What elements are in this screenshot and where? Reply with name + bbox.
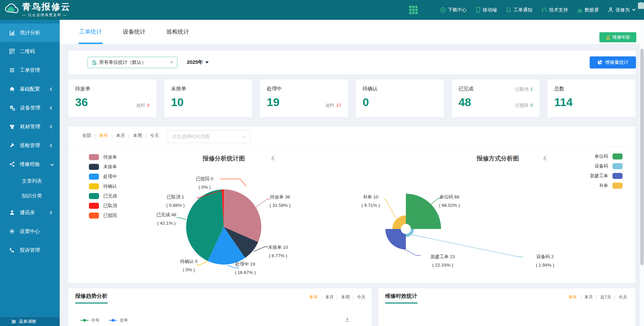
sidebar: 统计分析 二维码 工单管理 基础配置 xyxy=(0,20,60,326)
stat-card-processing[interactable]: 处理中 19 超时17 xyxy=(260,80,348,117)
chevron-collapsed-icon xyxy=(50,87,53,91)
sidebar-item-work-orders[interactable]: 工单管理 xyxy=(0,61,60,80)
nav-tech-support[interactable]: 技术支持 xyxy=(541,7,568,13)
user-name: 张修为 xyxy=(615,7,630,13)
timeliness-tab-this-year[interactable]: 本年 xyxy=(569,294,577,300)
legend-item[interactable]: 设备码 xyxy=(561,161,623,171)
legend-item[interactable]: 新建工单 xyxy=(561,171,623,181)
pie-chart-title: 报修分析统计图 xyxy=(170,154,277,162)
tab-label: 工单统计 xyxy=(79,29,102,35)
date-range-select[interactable]: 点击选择时间范围 xyxy=(168,130,250,143)
tab-label: 设备统计 xyxy=(123,29,146,35)
repair-volume-stats-button[interactable]: 维修量统计 xyxy=(590,56,636,68)
download-icon[interactable] xyxy=(344,317,350,322)
legend-label: 去年 xyxy=(119,317,128,323)
legend-item[interactable]: 待确认 xyxy=(89,181,117,191)
legend-item[interactable]: 处理中 xyxy=(89,172,117,181)
legend-swatch xyxy=(612,163,623,169)
time-filter-this-week[interactable]: 本周 xyxy=(133,133,142,139)
trend-tab-this-week[interactable]: 本周 xyxy=(341,294,350,300)
stat-label: 待派单 xyxy=(75,86,150,92)
legend-item[interactable]: 未接单 xyxy=(89,162,117,172)
sidebar-subitem-article-list[interactable]: 文章列表 xyxy=(0,174,60,188)
scrollbar-thumb[interactable] xyxy=(640,49,644,265)
app-header: 青鸟报修云 — 让企业维保更及时 — 下载中心 移动端 xyxy=(0,0,644,20)
legend-label: 待派单 xyxy=(103,154,117,160)
time-filter-today[interactable]: 今天 xyxy=(150,133,159,139)
caret-down-icon xyxy=(170,61,173,65)
sidebar-item-label: 设置中心 xyxy=(20,228,40,235)
sidebar-item-inspection[interactable]: 巡检管理 xyxy=(0,136,60,155)
overtime-label: 超时 xyxy=(136,103,145,108)
stat-card-completed[interactable]: 已完成 48 已取消1 已驳回0 xyxy=(452,80,540,117)
legend-swatch xyxy=(89,203,99,209)
cancelled-label: 已取消 xyxy=(515,87,528,92)
download-icon[interactable] xyxy=(270,155,276,161)
time-filter: 全部| 本年| 本月| 本周| 今天 xyxy=(82,133,159,139)
pie-label-completed: 已完成 48( 42.1% ) xyxy=(141,211,192,227)
nav-mobile[interactable]: 移动端 xyxy=(476,7,497,13)
unit-select[interactable]: 所有单位统计（默认） xyxy=(88,57,177,68)
nav-download-center[interactable]: 下载中心 xyxy=(440,7,467,13)
legend-item[interactable]: 单位码 xyxy=(561,151,623,161)
legend-label: 设备码 xyxy=(595,163,608,169)
sidebar-subitem-knowledge-category[interactable]: 知识分类 xyxy=(0,188,60,203)
nav-order-notify[interactable]: 工单通知 xyxy=(506,7,532,13)
year-select[interactable]: 2025年 xyxy=(187,59,209,65)
pie-legend: 待派单 未接单 处理中 待确认 已完成 已取消 已驳回 xyxy=(89,152,117,220)
time-filter-all[interactable]: 全部 xyxy=(82,133,91,139)
legend-label: 已驳回 xyxy=(103,213,117,219)
sidebar-item-repair-experience[interactable]: 维修经验 xyxy=(0,155,60,174)
corner-service-icon[interactable] xyxy=(636,0,644,10)
cancelled-value: 1 xyxy=(530,87,533,92)
legend-this-year[interactable]: 今年 xyxy=(80,317,100,323)
nav-label: 技术支持 xyxy=(549,7,568,13)
tab-work-order-stats[interactable]: 工单统计 xyxy=(79,20,102,44)
legend-swatch xyxy=(89,183,99,189)
sidebar-item-statistics[interactable]: 统计分析 xyxy=(0,24,60,42)
time-filter-this-year[interactable]: 本年 xyxy=(99,133,108,139)
timeliness-tab-this-month[interactable]: 本月 xyxy=(584,294,593,300)
stat-card-unaccepted[interactable]: 未接单 10 xyxy=(164,80,252,117)
time-filter-this-month[interactable]: 本月 xyxy=(116,133,125,139)
pie-label-pending-confirm: 待确认 0( 0% ) xyxy=(164,257,214,274)
sidebar-menu-adjust[interactable]: 菜单调整 xyxy=(0,317,60,326)
timeliness-tab-last-7-days[interactable]: 近7天 xyxy=(600,294,611,300)
nav-data-screen[interactable]: 数据屏 xyxy=(577,7,599,13)
trend-tab-this-month[interactable]: 本月 xyxy=(325,294,334,300)
sidebar-item-label: 巡检管理 xyxy=(20,142,40,149)
tab-inspection-stats[interactable]: 巡检统计 xyxy=(166,20,189,44)
unit-select-value: 所有单位统计（默认） xyxy=(99,59,146,65)
stat-card-pending-dispatch[interactable]: 待派单 36 超时0 xyxy=(68,80,156,117)
legend-item[interactable]: 已驳回 xyxy=(89,211,117,220)
sidebar-item-complaints[interactable]: 投诉管理 xyxy=(0,241,60,260)
sidebar-item-consumables[interactable]: 耗材管理 xyxy=(0,117,60,136)
sidebar-item-qrcode[interactable]: 二维码 xyxy=(0,42,60,61)
sidebar-item-device-mgmt[interactable]: 设备管理 xyxy=(0,98,60,117)
trend-tab-this-year[interactable]: 本年 xyxy=(309,294,318,300)
apps-grid-icon[interactable] xyxy=(409,6,418,14)
stat-card-total[interactable]: 总数 114 xyxy=(547,80,635,117)
title-underline xyxy=(385,302,418,304)
legend-swatch xyxy=(89,213,99,219)
legend-item[interactable]: 已完成 xyxy=(89,191,117,201)
legend-item[interactable]: 已取消 xyxy=(89,201,117,211)
sidebar-item-settings[interactable]: 设置中心 xyxy=(0,222,60,241)
stat-card-pending-confirm[interactable]: 待确认 0 xyxy=(356,80,444,117)
chevron-collapsed-icon xyxy=(50,144,53,147)
nav-label: 移动端 xyxy=(483,7,497,13)
annual-report-button[interactable]: 维修年报 xyxy=(599,32,636,42)
legend-item[interactable]: 补单 xyxy=(561,181,623,190)
download-icon[interactable] xyxy=(542,155,548,161)
pie-label-unaccepted: 未接单 10( 8.77% ) xyxy=(253,243,303,260)
tab-device-stats[interactable]: 设备统计 xyxy=(123,20,146,44)
legend-last-year[interactable]: 去年 xyxy=(109,317,128,323)
timeliness-tab-today[interactable]: 今天 xyxy=(619,294,627,300)
legend-item[interactable]: 待派单 xyxy=(89,152,117,162)
sidebar-item-basic-config[interactable]: 基础配置 xyxy=(0,80,60,98)
user-menu[interactable]: 张修为 xyxy=(608,7,635,13)
tab-label: 巡检统计 xyxy=(166,29,189,35)
sidebar-item-contacts[interactable]: 通讯录 xyxy=(0,203,60,222)
stat-label: 待确认 xyxy=(363,86,437,92)
trend-tab-today[interactable]: 今天 xyxy=(357,294,366,300)
